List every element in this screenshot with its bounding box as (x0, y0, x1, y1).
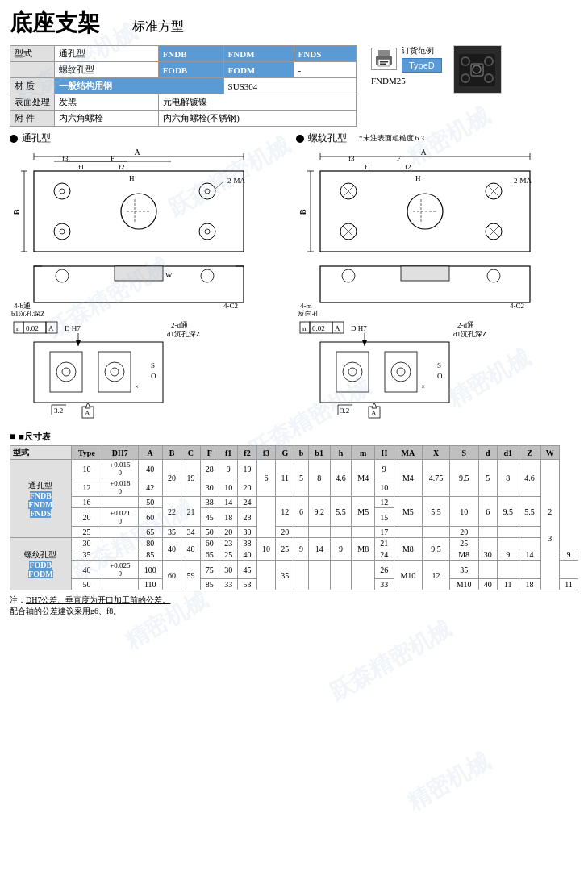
svg-text:2-MA: 2-MA (227, 177, 245, 185)
row50-f1: 33 (219, 579, 237, 590)
col-A: A (138, 446, 162, 460)
svg-rect-130 (336, 352, 369, 392)
row20-H: 15 (375, 508, 394, 527)
page: 跃森精密机械 跃森精密机械 跃森精密机械 跃森精密机械 跃森精密机械 跃森精密机… (0, 0, 588, 872)
col-f1: f1 (219, 446, 237, 460)
surface-label: 表面处理 (10, 94, 55, 111)
svg-text:S: S (437, 361, 441, 369)
row16-H: 12 (375, 497, 394, 508)
type-through: 通孔型 (55, 46, 159, 62)
svg-text:×: × (135, 382, 139, 390)
note-line1: 注：DH7公差、垂直度为开口加工前的公差。 (10, 595, 578, 606)
fndm-link[interactable]: FNDM (28, 500, 52, 509)
row30-H: 21 (375, 538, 394, 549)
row50-size: 50 (71, 579, 102, 590)
row25-C: 34 (181, 527, 200, 538)
row30-f3: 10 (256, 538, 275, 561)
row35-MA2: M8 (449, 549, 478, 561)
row16-MA: M5 (394, 497, 423, 527)
row40-size: 40 (71, 561, 102, 579)
row25-A: 65 (138, 527, 162, 538)
row12-dh7: +0.0180 (102, 478, 138, 497)
row10-f3: 6 (256, 460, 275, 497)
type-dash: - (294, 62, 356, 78)
type-fndb[interactable]: FNDB (158, 46, 223, 62)
row40-S: 35 (449, 561, 478, 579)
row16-size: 16 (71, 497, 102, 508)
row40-d1 (497, 561, 519, 579)
note-line2: 配合轴的公差建议采用g6、f8。 (10, 606, 578, 617)
svg-text:d1沉孔深Z: d1沉孔深Z (453, 330, 487, 338)
col-b1: b1 (308, 446, 330, 460)
svg-text:H: H (415, 174, 421, 182)
row16-h: 5.5 (330, 497, 352, 527)
svg-point-29 (60, 229, 65, 234)
type-fnds[interactable]: FNDS (294, 46, 356, 62)
svg-text:f3: f3 (348, 154, 355, 162)
row25-MA (394, 527, 423, 538)
row40-f2: 45 (238, 561, 256, 579)
fodb-link[interactable]: FODB (29, 561, 52, 570)
fnds-link[interactable]: FNDS (30, 509, 51, 518)
type-label-thread: 螺纹孔型 FODB FODM (10, 538, 72, 590)
svg-text:A: A (48, 324, 54, 332)
row30-C: 40 (181, 538, 200, 561)
svg-text:f2: f2 (405, 163, 411, 171)
svg-rect-67 (98, 352, 131, 392)
fndb-link[interactable]: FNDB (30, 491, 52, 500)
svg-text:3.2: 3.2 (340, 407, 349, 415)
svg-rect-3 (380, 61, 388, 63)
type-fodm[interactable]: FODM (223, 62, 294, 78)
sub-title: 标准方型 (132, 19, 184, 35)
col-S: S (449, 446, 478, 460)
typed-button[interactable]: TypeD (402, 58, 442, 73)
col-f2: f2 (238, 446, 256, 460)
svg-point-31 (205, 229, 210, 234)
dim-row-10: 通孔型 FNDB FNDM FNDS 10 +0.0150 40 20 19 2… (10, 460, 578, 478)
type-fndm[interactable]: FNDM (223, 46, 294, 62)
row50-MA2: M10 (449, 579, 478, 590)
type-fodb[interactable]: FODB (158, 62, 223, 78)
row30-S: 25 (449, 538, 478, 549)
svg-point-30 (199, 223, 215, 240)
row10-m: M4 (352, 460, 375, 497)
col-F: F (200, 446, 219, 460)
row10-f1: 9 (219, 460, 237, 478)
svg-marker-79 (85, 403, 90, 408)
row40-m (352, 561, 375, 590)
type-thread: 螺纹孔型 (55, 62, 159, 78)
svg-text:f3: f3 (62, 154, 69, 162)
svg-text:D H7: D H7 (65, 324, 81, 332)
row40-G: 35 (276, 561, 294, 590)
svg-text:d1沉孔深Z: d1沉孔深Z (167, 330, 201, 338)
row30-f1: 23 (219, 538, 237, 549)
row35-f1: 25 (219, 549, 237, 561)
right-diagram: 螺纹孔型 *未注表面粗糙度 6.3 A f3 F f1 f2 H (296, 131, 578, 424)
svg-text:S: S (151, 361, 155, 369)
right-bullet (296, 135, 304, 143)
dim-title-text: ■尺寸表 (19, 431, 51, 443)
dim-section-title: ■ ■尺寸表 (10, 431, 578, 443)
col-h: h (330, 446, 352, 460)
row16-d1: 9.5 (497, 497, 519, 527)
svg-line-36 (215, 181, 223, 189)
dimension-table: 型式 Type DH7 A B C F f1 f2 f3 G b b1 h m … (10, 445, 578, 590)
col-type-eng: Type (71, 446, 102, 460)
row35-F: 65 (200, 549, 219, 561)
row30-d (478, 538, 497, 549)
row10-C: 19 (181, 460, 200, 497)
acc-bolt: 内六角螺栓 (55, 111, 159, 127)
row40-F: 75 (200, 561, 219, 579)
col-X: X (423, 446, 450, 460)
fodm-link[interactable]: FODM (28, 570, 53, 578)
row30-A: 80 (138, 538, 162, 549)
row16-B: 22 (162, 497, 181, 527)
model-label: FNDM25 (371, 76, 406, 86)
left-bottom-svg: n 0.02 A D H7 2-d通 d1沉孔深Z (10, 318, 276, 423)
dimension-section: ■ ■尺寸表 型式 Type DH7 A B C F f1 f2 f3 G b (10, 431, 578, 590)
row30-size: 30 (71, 538, 102, 549)
info-row-surface: 表面处理 发黑 元电解镀镍 (10, 94, 357, 111)
row12-f2: 20 (238, 478, 256, 497)
row12-size: 12 (71, 478, 102, 497)
row50-d1: 18 (519, 579, 540, 590)
